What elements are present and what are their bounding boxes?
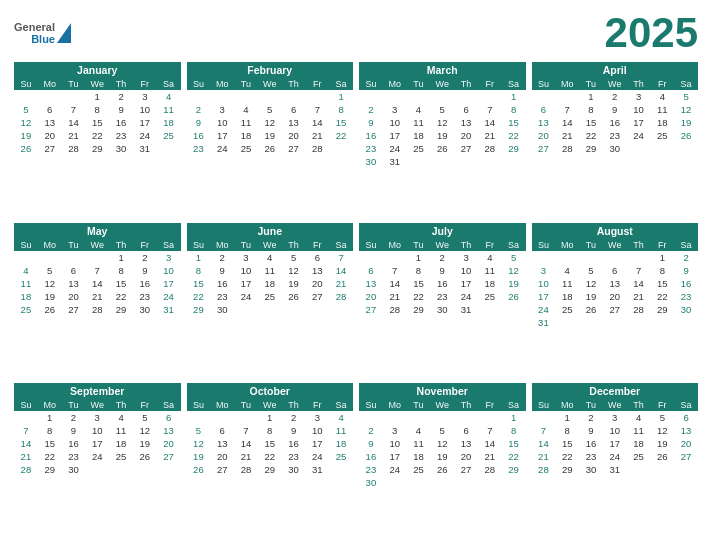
day-cell: 24 <box>532 303 556 316</box>
day-cell: 10 <box>454 264 478 277</box>
day-headers-october: SuMoTuWeThFrSa <box>187 399 354 411</box>
day-cell: 25 <box>407 142 431 155</box>
day-cell: 7 <box>234 424 258 437</box>
day-cell: 16 <box>133 277 157 290</box>
day-header-Mo: Mo <box>383 399 407 411</box>
day-cell: 23 <box>62 450 86 463</box>
day-cell: 1 <box>329 90 353 103</box>
day-header-We: We <box>603 399 627 411</box>
empty-cell <box>430 90 454 103</box>
day-cell: 11 <box>555 277 579 290</box>
day-header-Tu: Tu <box>407 239 431 251</box>
day-cell: 28 <box>478 142 502 155</box>
day-header-Sa: Sa <box>674 239 698 251</box>
day-headers-january: SuMoTuWeThFrSa <box>14 78 181 90</box>
month-october: OctoberSuMoTuWeThFrSa1234567891011121314… <box>187 383 354 538</box>
day-cell: 14 <box>627 277 651 290</box>
day-cell: 19 <box>579 290 603 303</box>
day-header-Sa: Sa <box>157 239 181 251</box>
day-header-Sa: Sa <box>502 399 526 411</box>
day-cell: 1 <box>579 90 603 103</box>
month-header-august: August <box>532 223 699 239</box>
day-cell: 16 <box>62 437 86 450</box>
day-cell: 27 <box>305 290 329 303</box>
day-cell: 15 <box>109 277 133 290</box>
day-headers-february: SuMoTuWeThFrSa <box>187 78 354 90</box>
day-header-Tu: Tu <box>62 78 86 90</box>
empty-cell <box>62 90 86 103</box>
logo-general-text: General <box>14 21 55 33</box>
day-cell: 5 <box>650 411 674 424</box>
month-header-december: December <box>532 383 699 399</box>
day-cell: 16 <box>359 450 383 463</box>
day-cell: 29 <box>407 303 431 316</box>
empty-cell <box>187 90 211 103</box>
day-cell: 11 <box>258 264 282 277</box>
day-cell: 6 <box>454 103 478 116</box>
day-cell: 10 <box>85 424 109 437</box>
month-september: SeptemberSuMoTuWeThFrSa12345678910111213… <box>14 383 181 538</box>
empty-cell <box>14 251 38 264</box>
day-cell: 22 <box>502 129 526 142</box>
day-header-Sa: Sa <box>674 78 698 90</box>
year-label: 2025 <box>605 12 698 54</box>
day-cell: 23 <box>359 463 383 476</box>
day-cell: 5 <box>187 424 211 437</box>
day-header-Fr: Fr <box>305 239 329 251</box>
day-headers-april: SuMoTuWeThFrSa <box>532 78 699 90</box>
day-header-Fr: Fr <box>133 239 157 251</box>
day-cell: 16 <box>282 437 306 450</box>
day-cell: 3 <box>157 251 181 264</box>
day-cell: 21 <box>305 129 329 142</box>
day-cell: 25 <box>258 290 282 303</box>
day-cell: 15 <box>502 116 526 129</box>
day-cell: 7 <box>627 264 651 277</box>
day-cell: 22 <box>109 290 133 303</box>
day-cell: 4 <box>234 103 258 116</box>
day-cell: 17 <box>454 277 478 290</box>
month-header-september: September <box>14 383 181 399</box>
empty-cell <box>478 411 502 424</box>
day-cell: 31 <box>133 142 157 155</box>
day-cell: 4 <box>109 411 133 424</box>
empty-cell <box>478 90 502 103</box>
day-cell: 11 <box>109 424 133 437</box>
day-cell: 27 <box>157 450 181 463</box>
day-cell: 12 <box>187 437 211 450</box>
day-cell: 21 <box>478 450 502 463</box>
day-cell: 22 <box>38 450 62 463</box>
month-header-october: October <box>187 383 354 399</box>
day-cell: 8 <box>258 424 282 437</box>
day-cell: 9 <box>359 116 383 129</box>
day-cell: 14 <box>62 116 86 129</box>
empty-cell <box>627 251 651 264</box>
day-cell: 24 <box>157 290 181 303</box>
day-cell: 27 <box>454 463 478 476</box>
day-cell: 12 <box>133 424 157 437</box>
day-cell: 14 <box>532 437 556 450</box>
month-header-february: February <box>187 62 354 78</box>
logo-icon <box>57 23 71 43</box>
day-header-Th: Th <box>282 239 306 251</box>
day-cell: 20 <box>157 437 181 450</box>
day-cell: 12 <box>502 264 526 277</box>
day-cell: 30 <box>674 303 698 316</box>
day-cell: 21 <box>627 290 651 303</box>
day-cell: 18 <box>407 450 431 463</box>
empty-cell <box>407 411 431 424</box>
day-cell: 16 <box>210 277 234 290</box>
day-cell: 5 <box>282 251 306 264</box>
day-cell: 28 <box>329 290 353 303</box>
day-cell: 6 <box>674 411 698 424</box>
day-cell: 26 <box>187 463 211 476</box>
day-cell: 9 <box>133 264 157 277</box>
day-cell: 21 <box>85 290 109 303</box>
day-cell: 29 <box>109 303 133 316</box>
day-cell: 4 <box>627 411 651 424</box>
empty-cell <box>532 251 556 264</box>
day-header-Mo: Mo <box>555 78 579 90</box>
day-cell: 8 <box>187 264 211 277</box>
day-cell: 24 <box>85 450 109 463</box>
day-header-Th: Th <box>109 78 133 90</box>
month-june: JuneSuMoTuWeThFrSa1234567891011121314151… <box>187 223 354 378</box>
